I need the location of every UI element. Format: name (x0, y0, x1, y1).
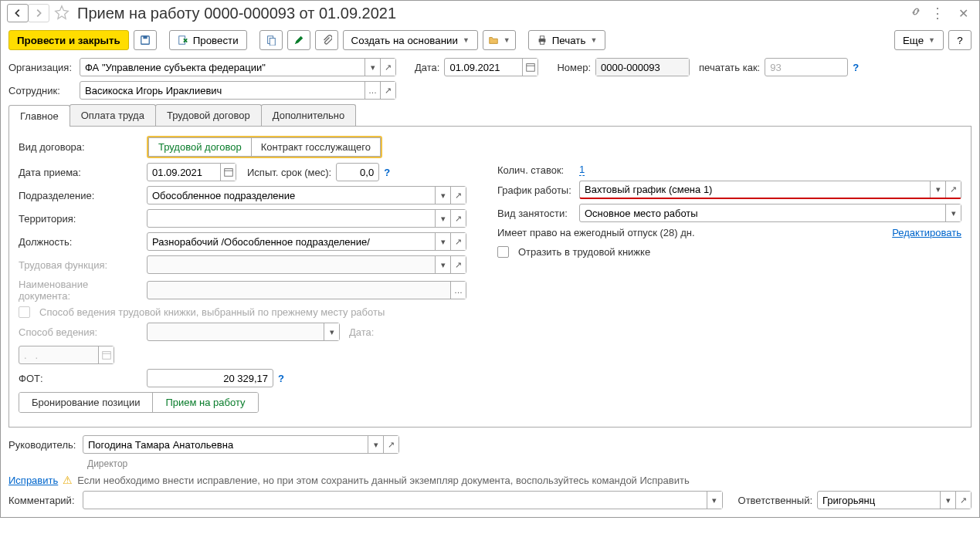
open-icon[interactable]: ↗ (450, 256, 466, 273)
workbook-method-label: Способ ведения трудовой книжки, выбранны… (39, 306, 385, 318)
contract-type-toggle: Трудовой договор Контракт госслужащего (147, 136, 382, 158)
post-button[interactable]: Провести (169, 30, 247, 50)
help-hint-icon[interactable]: ? (853, 62, 859, 73)
date-input[interactable] (444, 58, 538, 76)
responsible-label: Ответственный: (738, 495, 812, 506)
more-button[interactable]: Еще ▼ (894, 30, 944, 50)
dropdown-icon[interactable]: ▾ (940, 492, 955, 509)
workbook-reflect-label: Отразить в трудовой книжке (518, 246, 650, 258)
page-title: Прием на работу 0000-000093 от 01.09.202… (77, 5, 910, 22)
svg-rect-6 (540, 36, 544, 39)
fot-label: ФОТ: (19, 373, 142, 384)
print-button[interactable]: Печать ▼ (528, 30, 606, 50)
kebab-menu-icon[interactable]: ⋮ (931, 8, 944, 19)
open-icon[interactable]: ↗ (383, 436, 398, 453)
edit-vacation-link[interactable]: Редактировать (892, 227, 961, 238)
nav-back-button[interactable] (7, 4, 29, 22)
rates-label: Колич. ставок: (497, 164, 575, 176)
post-and-close-button[interactable]: Провести и закрыть (8, 30, 129, 50)
dropdown-icon[interactable]: ▾ (930, 181, 945, 198)
ellipsis-icon[interactable]: … (450, 282, 466, 299)
help-button[interactable]: ? (948, 30, 972, 50)
open-icon[interactable]: ↗ (380, 82, 395, 99)
copy-button[interactable] (259, 30, 283, 50)
dropdown-icon[interactable]: ▾ (368, 436, 383, 453)
folder-button[interactable]: ▼ (483, 30, 516, 50)
attach-button[interactable] (315, 30, 338, 50)
comment-label: Комментарий: (8, 495, 78, 506)
help-hint-icon[interactable]: ? (384, 167, 390, 178)
method-label: Способ ведения: (19, 326, 142, 338)
doc-name-input[interactable]: … (147, 281, 466, 299)
link-icon[interactable] (910, 6, 921, 20)
probation-input[interactable] (336, 163, 379, 181)
dropdown-icon[interactable]: ▾ (324, 323, 339, 340)
save-button[interactable] (134, 30, 157, 50)
open-icon[interactable]: ↗ (450, 233, 466, 250)
create-based-button[interactable]: Создать на основании ▼ (343, 30, 478, 50)
method-date-input[interactable] (19, 346, 114, 364)
dropdown-icon[interactable]: ▾ (435, 210, 450, 227)
org-input[interactable]: ▾ ↗ (80, 58, 396, 76)
open-icon[interactable]: ↗ (450, 187, 466, 204)
employment-label: Вид занятости: (497, 208, 575, 219)
svg-rect-4 (270, 38, 275, 46)
responsible-input[interactable]: ▾ ↗ (817, 491, 972, 509)
ellipsis-icon[interactable]: … (365, 82, 380, 99)
territory-input[interactable]: ▾ ↗ (147, 209, 466, 228)
doc-name-label: Наименование документа: (19, 279, 142, 302)
svg-rect-10 (102, 352, 110, 360)
rates-link[interactable]: 1 (579, 164, 585, 176)
contract-gov-option[interactable]: Контракт госслужащего (251, 137, 381, 157)
hiring-option[interactable]: Прием на работу (152, 393, 257, 412)
schedule-label: График работы: (497, 184, 575, 196)
calendar-icon[interactable] (522, 59, 537, 76)
dropdown-icon[interactable]: ▾ (945, 204, 961, 221)
chevron-down-icon: ▼ (928, 36, 935, 44)
calendar-icon[interactable] (220, 164, 236, 181)
workbook-reflect-checkbox[interactable] (497, 246, 509, 258)
svg-rect-7 (540, 42, 544, 45)
method-date-label: Дата: (349, 326, 374, 338)
number-input[interactable] (595, 58, 690, 76)
chevron-down-icon: ▼ (463, 36, 470, 44)
hire-date-input[interactable] (147, 163, 236, 181)
position-input[interactable]: ▾ ↗ (147, 232, 466, 251)
open-icon[interactable]: ↗ (450, 210, 466, 227)
dropdown-icon[interactable]: ▾ (435, 256, 450, 273)
contract-work-option[interactable]: Трудовой договор (148, 137, 251, 157)
manager-input[interactable]: ▾ ↗ (83, 435, 399, 454)
employment-input[interactable]: ▾ (579, 204, 961, 222)
correct-link[interactable]: Исправить (8, 475, 58, 486)
contract-type-label: Вид договора: (19, 141, 142, 153)
method-input[interactable]: ▾ (147, 323, 340, 341)
nav-forward-button[interactable] (28, 4, 49, 22)
dropdown-icon[interactable]: ▾ (365, 59, 380, 76)
comment-input[interactable]: ▾ (83, 491, 723, 509)
booking-option[interactable]: Бронирование позиции (19, 393, 152, 412)
print-as-input[interactable] (765, 58, 848, 76)
dropdown-icon[interactable]: ▾ (435, 233, 450, 250)
favorite-star-icon[interactable] (54, 5, 70, 22)
dropdown-icon[interactable]: ▾ (435, 187, 450, 204)
dropdown-icon[interactable]: ▾ (707, 492, 722, 509)
fot-input[interactable] (147, 369, 273, 387)
help-hint-icon[interactable]: ? (278, 373, 284, 384)
tab-contract[interactable]: Трудовой договор (155, 104, 262, 126)
work-function-input[interactable]: ▾ ↗ (147, 255, 466, 274)
calendar-icon[interactable] (98, 346, 114, 363)
number-label: Номер: (557, 62, 591, 73)
tab-payment[interactable]: Оплата труда (70, 104, 156, 126)
department-input[interactable]: ▾ ↗ (147, 186, 466, 204)
tab-main[interactable]: Главное (8, 105, 70, 127)
open-icon[interactable]: ↗ (380, 59, 395, 76)
workbook-method-checkbox (19, 306, 30, 318)
open-icon[interactable]: ↗ (945, 181, 961, 198)
tab-additional[interactable]: Дополнительно (261, 104, 357, 126)
edit-button[interactable] (287, 30, 310, 50)
close-button[interactable]: ✕ (954, 5, 973, 22)
org-label: Организация: (8, 62, 75, 73)
employee-input[interactable]: … ↗ (80, 81, 396, 100)
schedule-input[interactable]: ▾ ↗ (579, 181, 961, 199)
open-icon[interactable]: ↗ (955, 492, 971, 509)
